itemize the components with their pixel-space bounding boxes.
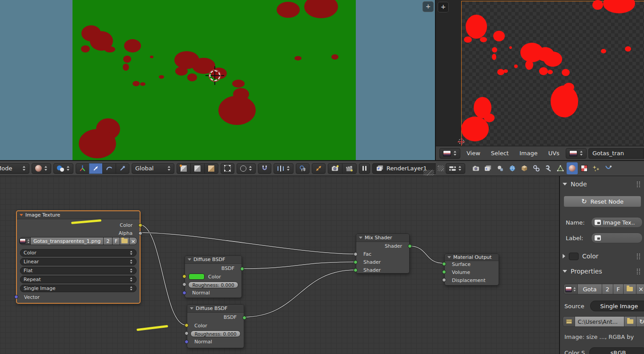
diffuse-color-swatch[interactable] [189,274,205,280]
unlink-image-button[interactable]: × [129,237,137,245]
menu-image[interactable]: Image [515,150,542,157]
layer-cube-button-2[interactable] [190,163,205,174]
socket-vector-input[interactable] [14,295,18,299]
image-name-field[interactable]: Gotas_tran [588,148,644,159]
roughness-slider[interactable]: Roughness: 0.000 [188,282,238,288]
tab-render-layers[interactable] [483,162,494,174]
snap-element-dropdown[interactable] [274,163,294,174]
uv-image-editor[interactable]: + [436,0,644,146]
pivot-point-dropdown[interactable] [53,163,73,174]
node-header[interactable]: Diffuse BSDF [185,256,242,264]
menu-uvs[interactable]: UVs [544,150,564,157]
layer-cube-button-1[interactable] [177,163,191,174]
open-image-button[interactable] [623,284,636,294]
tab-material[interactable] [567,162,578,174]
snap-target-button[interactable] [296,163,310,174]
panel-drag-handle[interactable] [637,269,640,274]
panel-collapse-icon[interactable] [563,270,567,273]
panel-drag-handle[interactable] [637,253,640,259]
color-panel-header[interactable]: Color [560,252,644,261]
filepath-browse-button[interactable] [624,316,636,327]
image-browse-button[interactable] [564,284,578,294]
source-dropdown[interactable]: Single Image [20,285,137,292]
node-header[interactable]: Mix Shader [356,234,409,242]
pause-render-button[interactable] [359,163,370,174]
fake-user-button[interactable]: F [112,237,120,245]
socket-alpha-output[interactable] [138,231,142,235]
socket-shader2-input[interactable] [354,268,358,272]
tab-object-data[interactable] [555,162,566,174]
open-image-button[interactable] [120,237,129,245]
snap-toggle-button[interactable] [258,163,271,174]
translate-manipulator-button[interactable] [89,163,103,174]
image-users-button[interactable]: 2 [103,237,113,245]
socket-normal-input[interactable] [185,340,189,344]
menu-select[interactable]: Select [487,150,513,157]
node-color-swatch[interactable] [569,253,579,260]
viewport-shading-dropdown[interactable] [32,163,51,174]
socket-color-input[interactable] [185,323,189,327]
panel-collapse-icon[interactable] [563,183,567,185]
image-name-field[interactable]: Gotas_transparentes_1.png [30,237,104,245]
image-datablock-icon-button[interactable] [566,148,587,159]
manipulate-centers-button[interactable] [312,163,326,174]
socket-normal-input[interactable] [182,291,186,295]
tab-render[interactable] [471,162,482,174]
tab-modifiers[interactable] [543,162,554,174]
node-editor[interactable]: Image Texture Color Alpha Gotas_transpar… [0,176,559,354]
3d-viewport[interactable]: + [0,0,435,160]
panel-drag-handle[interactable] [637,181,640,187]
menu-view[interactable]: View [462,150,485,157]
node-mix-shader[interactable]: Mix Shader Shader Fac Shader Shader [356,233,410,274]
node-diffuse-bsdf-1[interactable]: Diffuse BSDF BSDF Color Roughness: 0.000… [185,255,242,298]
node-label-field[interactable] [591,233,643,243]
corner-resize-widget[interactable] [438,165,444,171]
tab-scene[interactable] [495,162,506,174]
proportional-edit-dropdown[interactable] [237,163,256,174]
tab-constraints[interactable] [531,162,542,174]
socket-bsdf-output[interactable] [240,267,244,271]
reset-node-button[interactable]: ↻ Reset Node [564,196,641,207]
editor-type-selector[interactable] [439,148,460,159]
image-users-button[interactable]: 2 [602,284,613,294]
extension-dropdown[interactable]: Repeat [20,276,137,283]
socket-roughness-input[interactable] [185,331,189,335]
socket-shader-output[interactable] [408,244,412,248]
filepath-field[interactable]: C:\Users\Ant... [575,316,624,327]
color-space-dropdown[interactable]: Color [20,249,137,257]
collapse-triangle-icon[interactable] [359,237,362,239]
scale-manipulator-button[interactable] [116,163,129,174]
rotate-manipulator-button[interactable] [102,163,116,174]
collapse-triangle-icon[interactable] [188,258,191,261]
collapse-triangle-icon[interactable] [190,307,193,310]
expand-region-button[interactable]: + [438,2,449,12]
node-material-output[interactable]: Material Output Surface Volume Displacem… [444,253,499,286]
socket-displacement-input[interactable] [442,278,446,282]
tab-object[interactable] [519,162,530,174]
tab-particles[interactable] [591,162,602,174]
tab-texture[interactable] [579,162,590,174]
node-header[interactable]: Image Texture [17,211,140,219]
layer-cube-button-3[interactable] [204,163,218,174]
socket-color-input[interactable] [182,274,186,278]
socket-roughness-input[interactable] [182,282,186,286]
unlink-image-button[interactable]: × [636,284,644,294]
tab-physics[interactable] [603,162,614,174]
node-image-texture[interactable]: Image Texture Color Alpha Gotas_transpar… [16,210,141,304]
socket-fac-input[interactable] [354,252,358,256]
roughness-slider[interactable]: Roughness: 0.000 [190,330,241,337]
socket-volume-input[interactable] [442,270,446,274]
opengl-render-image-button[interactable] [328,163,342,174]
manipulator-axes-button[interactable] [76,163,89,174]
fake-user-button[interactable]: F [613,284,624,294]
collapse-triangle-icon[interactable] [20,214,23,216]
filepath-package-button[interactable] [563,316,575,327]
socket-color-output[interactable] [138,223,142,227]
node-panel-header[interactable]: Node [560,180,644,189]
projection-dropdown[interactable]: Flat [20,267,137,274]
socket-surface-input[interactable] [442,262,446,266]
node-name-field[interactable]: Image Tex.. [591,217,643,228]
expand-region-button[interactable]: + [423,1,434,12]
socket-bsdf-output[interactable] [242,316,246,320]
image-browse-button[interactable] [19,237,31,245]
